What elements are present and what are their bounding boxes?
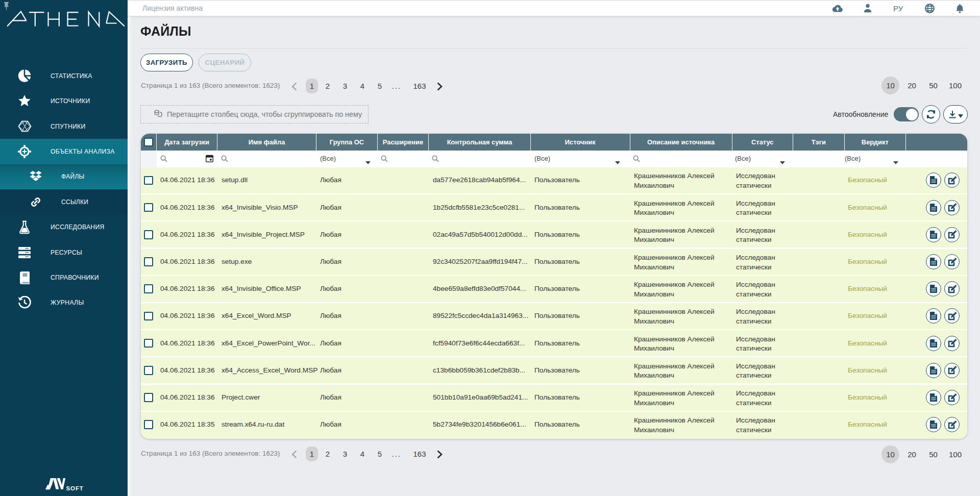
svg-text:SOFT: SOFT (66, 485, 84, 491)
